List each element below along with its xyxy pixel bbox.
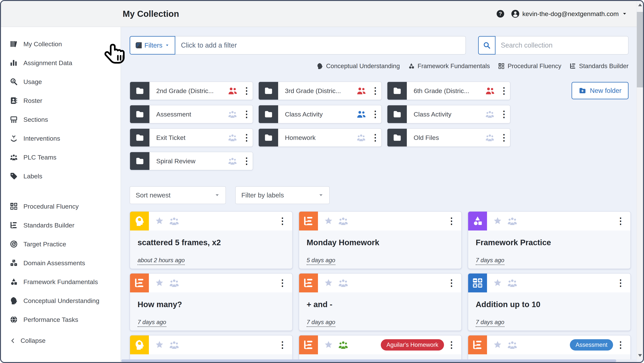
legend-item[interactable]: Procedural Fluency xyxy=(498,63,561,70)
legend-item[interactable]: Standards Builder xyxy=(569,63,628,70)
kebab-menu-icon[interactable] xyxy=(278,216,286,226)
star-icon[interactable] xyxy=(154,340,164,350)
star-icon[interactable] xyxy=(154,278,164,288)
folder-name: Class Activity xyxy=(414,111,485,118)
kebab-menu-icon[interactable] xyxy=(616,278,624,287)
sidebar-item-label: Interventions xyxy=(24,135,60,142)
assignment-card[interactable]: Monday Homework 5 days ago xyxy=(299,211,462,269)
card-header-right xyxy=(278,340,288,349)
sidebar-item-label: Roster xyxy=(24,97,42,104)
sidebar-item[interactable]: Framework Fundamentals xyxy=(3,272,119,291)
filters-button[interactable]: Filters xyxy=(130,36,175,55)
sidebar-item[interactable]: Assignment Data xyxy=(3,54,119,72)
star-icon[interactable] xyxy=(324,216,334,226)
folder-card[interactable]: 2nd Grade (Distric... xyxy=(130,82,253,100)
sidebar-item[interactable]: Interventions xyxy=(3,129,119,148)
new-folder-button[interactable]: New folder xyxy=(572,82,628,99)
assignment-card[interactable]: Aguilar's Homework Algebra xyxy=(299,335,462,362)
assignment-card[interactable]: Addition up to 10 7 days ago xyxy=(468,273,631,331)
kebab-menu-icon[interactable] xyxy=(371,86,379,95)
assignment-card[interactable]: Subitizing cards 1 xyxy=(130,335,293,362)
star-icon[interactable] xyxy=(324,278,334,288)
kebab-menu-icon[interactable] xyxy=(447,340,455,349)
folder-card[interactable]: Assessment xyxy=(130,105,253,123)
folder-icon xyxy=(264,133,273,142)
sidebar-item[interactable]: My Collection xyxy=(3,35,119,54)
kebab-menu-icon[interactable] xyxy=(278,278,286,287)
kebab-menu-icon[interactable] xyxy=(371,133,379,142)
folder-card[interactable]: Homework xyxy=(258,128,382,147)
scroll-up-arrow-icon[interactable] xyxy=(638,4,642,6)
folder-card[interactable]: Spiral Review xyxy=(130,152,253,170)
account-menu[interactable]: kevin-the-dog@nextgenmath.com xyxy=(510,9,627,19)
star-icon[interactable] xyxy=(493,278,502,288)
card-timestamp: 7 days ago xyxy=(138,319,166,327)
card-header-right: Aguilar's Homework xyxy=(381,339,458,350)
horizontal-scrollbar[interactable] xyxy=(121,359,637,362)
assignment-card[interactable]: + and - 7 days ago xyxy=(299,273,462,331)
kebab-menu-icon[interactable] xyxy=(500,86,508,95)
kebab-menu-icon[interactable] xyxy=(616,216,624,226)
kebab-menu-icon[interactable] xyxy=(500,110,508,119)
sidebar-item[interactable]: Roster xyxy=(3,91,119,110)
card-timestamp: about 2 hours ago xyxy=(138,257,185,265)
folder-name: Exit Ticket xyxy=(156,134,227,141)
kebab-menu-icon[interactable] xyxy=(278,340,286,349)
search-input[interactable] xyxy=(496,36,628,55)
filter-input[interactable] xyxy=(175,36,466,55)
kebab-menu-icon[interactable] xyxy=(616,340,624,349)
folder-tab xyxy=(388,105,407,123)
star-icon[interactable] xyxy=(324,340,334,350)
help-icon[interactable] xyxy=(496,9,505,18)
star-icon[interactable] xyxy=(493,216,502,226)
sort-dropdown[interactable]: Sort newest xyxy=(130,186,226,204)
scroll-down-arrow-icon[interactable] xyxy=(638,354,642,357)
card-type-icon xyxy=(468,335,487,354)
folder-card[interactable]: Class Activity xyxy=(387,105,510,123)
sidebar-item[interactable]: Conceptual Understanding xyxy=(3,291,119,310)
sidebar-item[interactable]: Usage xyxy=(3,72,119,91)
shared-members-icon xyxy=(227,156,238,166)
legend-item[interactable]: Conceptual Understanding xyxy=(316,63,400,70)
kebab-menu-icon[interactable] xyxy=(500,133,508,142)
sidebar-item[interactable]: Target Practice xyxy=(3,235,119,253)
kebab-menu-icon[interactable] xyxy=(242,133,250,142)
main-content: Filters Conceptual Understanding Framewo… xyxy=(121,27,637,362)
shared-members-icon xyxy=(485,133,495,143)
star-icon[interactable] xyxy=(493,340,502,350)
card-header-right xyxy=(278,216,288,226)
folder-card[interactable]: 6th Grade (Distric... xyxy=(387,82,510,100)
kebab-menu-icon[interactable] xyxy=(447,216,455,226)
kebab-menu-icon[interactable] xyxy=(242,86,250,95)
horizontal-scrollbar-thumb[interactable] xyxy=(121,359,616,362)
vertical-scrollbar-thumb[interactable] xyxy=(637,12,643,87)
card-header-right: Assessment xyxy=(570,339,627,350)
folder-card[interactable]: 3rd Grade (Distric... xyxy=(258,82,382,100)
star-icon[interactable] xyxy=(154,216,164,226)
search-button[interactable] xyxy=(478,36,496,55)
folder-card[interactable]: Class Activity xyxy=(258,105,382,123)
user-email: kevin-the-dog@nextgenmath.com xyxy=(522,10,619,18)
filter-toolbar: Filters xyxy=(130,36,628,55)
sidebar-collapse-button[interactable]: Collapse xyxy=(1,337,120,344)
kebab-menu-icon[interactable] xyxy=(447,278,455,287)
assignment-card[interactable]: scattered 5 frames, x2 about 2 hours ago xyxy=(130,211,293,269)
folder-card[interactable]: Exit Ticket xyxy=(130,128,253,147)
assignment-card[interactable]: Framework Practice 7 days ago xyxy=(468,211,631,269)
legend-item[interactable]: Framework Fundamentals xyxy=(408,63,490,70)
sidebar-item[interactable]: Procedural Fluency xyxy=(3,197,119,216)
vertical-scrollbar[interactable] xyxy=(637,1,643,359)
sidebar-item[interactable]: Labels xyxy=(3,167,119,186)
sidebar-item[interactable]: Performance Tasks xyxy=(3,310,119,329)
sidebar-item[interactable]: Domain Assessments xyxy=(3,253,119,272)
kebab-menu-icon[interactable] xyxy=(242,110,250,119)
assignment-card[interactable]: Assessment OA1(1-3) Assessment xyxy=(468,335,631,362)
assignment-card[interactable]: How many? 7 days ago xyxy=(130,273,293,331)
sidebar-item[interactable]: Sections xyxy=(3,110,119,129)
kebab-menu-icon[interactable] xyxy=(371,110,379,119)
label-filter-dropdown[interactable]: Filter by labels xyxy=(235,186,330,204)
kebab-menu-icon[interactable] xyxy=(242,157,250,166)
sidebar-item[interactable]: PLC Teams xyxy=(3,148,119,167)
sidebar-item[interactable]: Standards Builder xyxy=(3,216,119,235)
folder-card[interactable]: Old Files xyxy=(387,128,510,147)
